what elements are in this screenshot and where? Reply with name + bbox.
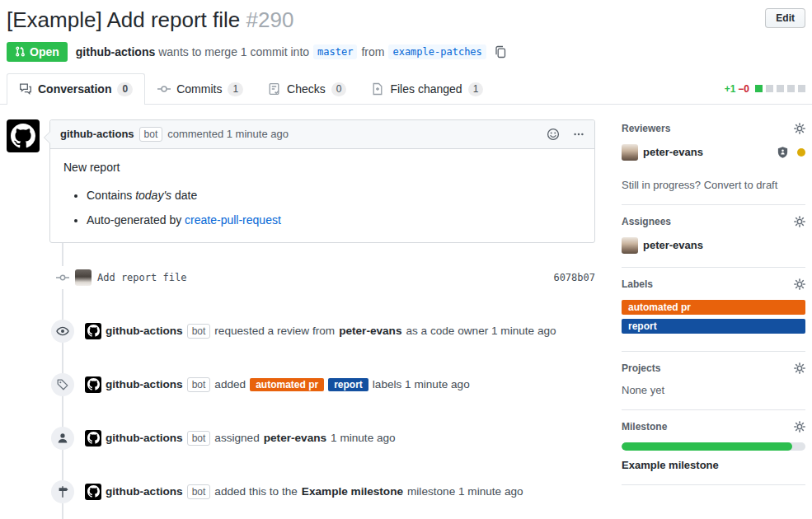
reviewer-row: peter-evans: [622, 144, 805, 161]
pr-description-comment: github-actions bot commented 1 minute ag…: [7, 119, 595, 243]
event-actor-link[interactable]: github-actions: [106, 325, 183, 337]
projects-heading: Projects: [622, 362, 660, 374]
bullet-text: Contains: [87, 189, 135, 202]
event-text: as a code owner 1 minute ago: [406, 325, 556, 337]
labels-heading: Labels: [622, 278, 653, 290]
comment-box: github-actions bot commented 1 minute ag…: [49, 119, 595, 243]
eye-icon: [51, 320, 74, 343]
pull-request-page: [Example] Add report file #290 Edit Open…: [0, 0, 812, 519]
tab-commits[interactable]: Commits 1: [145, 73, 256, 105]
github-actions-avatar[interactable]: [85, 376, 101, 393]
gear-icon[interactable]: [794, 362, 805, 374]
github-actions-avatar[interactable]: [85, 430, 101, 447]
comment-bullet: Auto-generated by create-pull-request: [87, 212, 581, 229]
peter-evans-avatar[interactable]: [622, 237, 638, 254]
milestone-icon: [51, 480, 74, 503]
event-actor-link[interactable]: github-actions: [106, 485, 183, 498]
tab-files-changed[interactable]: Files changed 1: [359, 73, 495, 105]
tag-icon: [51, 373, 74, 396]
github-actions-avatar[interactable]: [7, 119, 40, 152]
person-icon: [51, 427, 74, 450]
milestone-header[interactable]: Milestone: [622, 421, 805, 432]
bot-badge: bot: [139, 127, 163, 142]
bot-badge: bot: [187, 324, 211, 339]
event-text: labels 1 minute ago: [373, 378, 470, 390]
comment-intro: New report: [63, 161, 581, 174]
tab-label: Files changed: [390, 82, 462, 96]
pending-review-dot: [797, 148, 805, 157]
assignee-row: peter-evans: [622, 237, 805, 254]
comment-meta: commented 1 minute ago: [167, 128, 289, 140]
assignees-section: Assignees peter-evans: [622, 205, 805, 268]
label-report[interactable]: report: [622, 319, 805, 334]
milestone-heading: Milestone: [622, 421, 667, 432]
tab-checks[interactable]: Checks 0: [256, 73, 359, 105]
page-title: [Example] Add report file #290: [7, 7, 805, 34]
gear-icon[interactable]: [794, 278, 805, 290]
merge-status-bar: Open github-actions wants to merge 1 com…: [7, 42, 805, 62]
label-automated-pr[interactable]: automated pr: [622, 300, 805, 315]
edit-button[interactable]: Edit: [765, 8, 805, 28]
bot-badge: bot: [187, 431, 211, 446]
kebab-menu-icon[interactable]: [573, 129, 584, 140]
comment-body: New report Contains today's date Auto-ge…: [50, 149, 594, 242]
label-report[interactable]: report: [328, 378, 368, 391]
milestone-progress-fill: [622, 442, 792, 451]
assignees-header[interactable]: Assignees: [622, 216, 805, 227]
assignees-heading: Assignees: [622, 216, 671, 227]
timeline-event-milestone-added: github-actions bot added this to the Exa…: [7, 480, 595, 503]
milestone-section: Milestone Example milestone: [622, 410, 805, 485]
projects-empty-text: None yet: [622, 384, 805, 396]
event-text: added this to the: [214, 485, 298, 498]
diffstat-block: [755, 85, 763, 92]
event-user-link[interactable]: peter-evans: [339, 325, 401, 337]
event-actor-link[interactable]: github-actions: [106, 378, 183, 390]
bullet-text: Auto-generated by: [87, 213, 185, 227]
peter-evans-avatar[interactable]: [622, 144, 638, 161]
labels-header[interactable]: Labels: [622, 278, 805, 290]
pr-tab-bar: Conversation 0 Commits 1 Checks 0: [0, 73, 812, 105]
timeline: Add report file 6078b07 github-actions b…: [7, 266, 595, 503]
diffstat-block: [798, 85, 805, 92]
commit-sha-link[interactable]: 6078b07: [553, 272, 595, 283]
tab-label: Commits: [176, 82, 222, 96]
convert-to-draft-link[interactable]: Convert to draft: [704, 179, 778, 191]
reviewer-name-link[interactable]: peter-evans: [643, 146, 703, 158]
gear-icon[interactable]: [794, 216, 805, 227]
tab-count: 1: [468, 82, 484, 96]
commit-author-avatar[interactable]: [75, 269, 92, 286]
conversation-column: github-actions bot commented 1 minute ag…: [7, 119, 595, 503]
reviewers-header[interactable]: Reviewers: [622, 123, 805, 134]
github-actions-avatar[interactable]: [85, 323, 101, 339]
event-user-link[interactable]: peter-evans: [264, 432, 326, 444]
pr-sidebar: Reviewers peter-evans: [622, 119, 805, 503]
base-branch-chip[interactable]: master: [313, 44, 357, 59]
diffstat-block: [777, 85, 784, 92]
emoji-reaction-icon[interactable]: [547, 128, 560, 141]
comment-discussion-icon: [19, 82, 32, 96]
label-automated-pr[interactable]: automated pr: [250, 378, 324, 391]
projects-header[interactable]: Projects: [622, 362, 805, 374]
bullet-italic-text: today's: [135, 189, 171, 202]
milestone-name-link[interactable]: Example milestone: [622, 459, 805, 471]
comment-author-link[interactable]: github-actions: [60, 128, 134, 140]
pr-title-text: [Example] Add report file: [7, 7, 240, 32]
merge-author-link[interactable]: github-actions: [76, 45, 155, 58]
copy-branch-icon[interactable]: [494, 45, 507, 58]
create-pull-request-link[interactable]: create-pull-request: [185, 213, 281, 227]
labels-section: Labels automated pr report: [622, 268, 805, 352]
assignee-name-link[interactable]: peter-evans: [643, 239, 703, 251]
gear-icon[interactable]: [794, 421, 805, 432]
tab-conversation[interactable]: Conversation 0: [7, 73, 145, 105]
diffstat: +1 −0: [725, 83, 805, 95]
head-branch-chip[interactable]: example-patches: [388, 44, 486, 59]
bot-badge: bot: [187, 484, 211, 499]
tab-count: 1: [228, 82, 243, 96]
github-actions-avatar[interactable]: [85, 484, 101, 500]
commit-row: Add report file 6078b07: [7, 266, 595, 289]
gear-icon[interactable]: [794, 123, 805, 134]
event-actor-link[interactable]: github-actions: [106, 432, 183, 444]
state-label: Open: [30, 45, 59, 58]
commit-message-link[interactable]: Add report file: [97, 272, 186, 283]
event-milestone-link[interactable]: Example milestone: [302, 485, 403, 498]
